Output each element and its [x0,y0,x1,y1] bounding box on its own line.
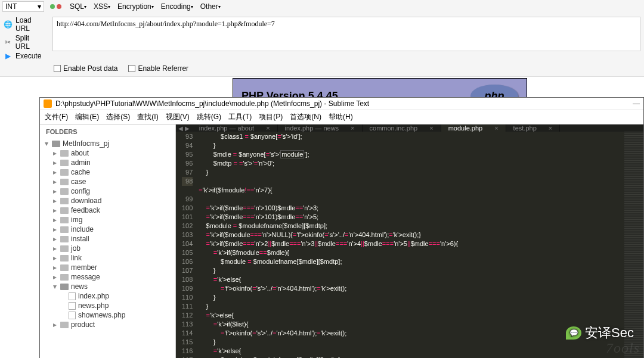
tree-folder-news[interactable]: ▾news [40,282,175,291]
tree-folder-install[interactable]: ▸install [40,234,175,244]
load-icon: 🌐 [4,20,12,29]
tree-folder-include[interactable]: ▸include [40,225,175,234]
tree-folder-admin[interactable]: ▸admin [40,158,175,167]
watermark: 💬 安译Sec [566,324,634,342]
tree-folder-download[interactable]: ▸download [40,196,175,206]
sidebar: FOLDERS ▾MetInfocms_pj▸about▸admin▸cache… [40,124,176,358]
menu-xss[interactable]: XSS▾ [91,2,113,11]
tree-root[interactable]: ▾MetInfocms_pj [40,139,175,148]
menu-goto[interactable]: 跳转(G) [197,112,221,122]
menu-sql[interactable]: SQL▾ [67,2,89,11]
split-icon: ✂ [4,38,12,46]
menu-tools[interactable]: 工具(T) [228,112,252,122]
tree-file-shownews-php[interactable]: shownews.php [40,310,175,320]
window-title: D:\phpstudy\PHPTutorial\WWW\MetInfocms_p… [55,99,369,108]
int-select[interactable]: INT▾ [2,1,44,12]
load-url-button[interactable]: 🌐Load URL [1,15,48,33]
sublime-window: D:\phpstudy\PHPTutorial\WWW\MetInfocms_p… [39,97,644,358]
url-input[interactable] [52,17,640,51]
menu-view[interactable]: 视图(V) [166,112,190,122]
tree-file-news-php[interactable]: news.php [40,301,175,310]
tree-folder-feedback[interactable]: ▸feedback [40,206,175,215]
status-dots [50,4,61,9]
tree-folder-job[interactable]: ▸job [40,244,175,253]
menu-prefs[interactable]: 首选项(N) [290,112,321,122]
menu-bar: 文件(F) 编辑(E) 选择(S) 查找(I) 视图(V) 跳转(G) 工具(T… [40,110,643,124]
tree-file-index-php[interactable]: index.php [40,291,175,301]
execute-button[interactable]: ▶Execute [1,51,48,61]
tree-folder-case[interactable]: ▸case [40,177,175,186]
execute-icon: ▶ [4,52,12,60]
menu-file[interactable]: 文件(F) [45,112,68,122]
tab-index-php-news[interactable]: index.php — news× [278,124,363,132]
menu-encoding[interactable]: Encoding▾ [159,2,196,11]
menu-help[interactable]: 帮助(H) [329,112,353,122]
tab-test-php[interactable]: test.php× [506,124,561,132]
hackbar-toolbar: INT▾ SQL▾ XSS▾ Encryption▾ Encoding▾ Oth… [0,0,644,77]
tab-common-inc-php[interactable]: common.inc.php× [363,124,441,132]
tab-nav-arrows[interactable]: ◀ ▶ [176,124,192,132]
code-area[interactable]: $class1 = $anyone[='s'>'id']; } $mdle = … [196,132,624,358]
minimize-button[interactable]: — [633,99,640,108]
menu-edit[interactable]: 编辑(E) [75,112,99,122]
tree-folder-about[interactable]: ▸about [40,148,175,158]
menu-project[interactable]: 项目(P) [259,112,283,122]
split-url-button[interactable]: ✂Split URL [1,33,48,51]
tab-index-php-about[interactable]: index.php — about× [192,124,278,132]
tab-module-php[interactable]: module.php× [441,124,506,132]
tree-folder-config[interactable]: ▸config [40,186,175,196]
brand-watermark: 7ools [606,340,640,356]
enable-post-checkbox[interactable]: Enable Post data [54,64,117,73]
enable-referrer-checkbox[interactable]: Enable Referrer [128,64,188,73]
menu-select[interactable]: 选择(S) [106,112,130,122]
tree-folder-member[interactable]: ▸member [40,263,175,272]
sublime-icon [44,99,52,108]
tree-folder-message[interactable]: ▸message [40,272,175,282]
tree-folder-product[interactable]: ▸product [40,320,175,329]
close-icon[interactable]: × [494,124,498,132]
menu-encryption[interactable]: Encryption▾ [115,2,156,11]
dot-green-icon [50,4,55,9]
close-icon[interactable]: × [266,124,270,132]
dot-red-icon [57,4,61,9]
tree-folder-img[interactable]: ▸img [40,215,175,225]
close-icon[interactable]: × [549,124,552,132]
tree-folder-cache[interactable]: ▸cache [40,167,175,177]
close-icon[interactable]: × [351,124,354,132]
menu-find[interactable]: 查找(I) [137,112,158,122]
sidebar-header: FOLDERS [40,124,175,139]
tab-bar: ◀ ▶ index.php — about×index.php — news×c… [176,124,643,132]
wechat-icon: 💬 [566,326,581,340]
menu-other[interactable]: Other▾ [198,2,223,11]
window-titlebar: D:\phpstudy\PHPTutorial\WWW\MetInfocms_p… [40,98,643,110]
tree-folder-link[interactable]: ▸link [40,253,175,263]
close-icon[interactable]: × [429,124,433,132]
line-gutter: 93 94 95 96 97 98 99 100 101 102 103 104… [176,132,196,358]
